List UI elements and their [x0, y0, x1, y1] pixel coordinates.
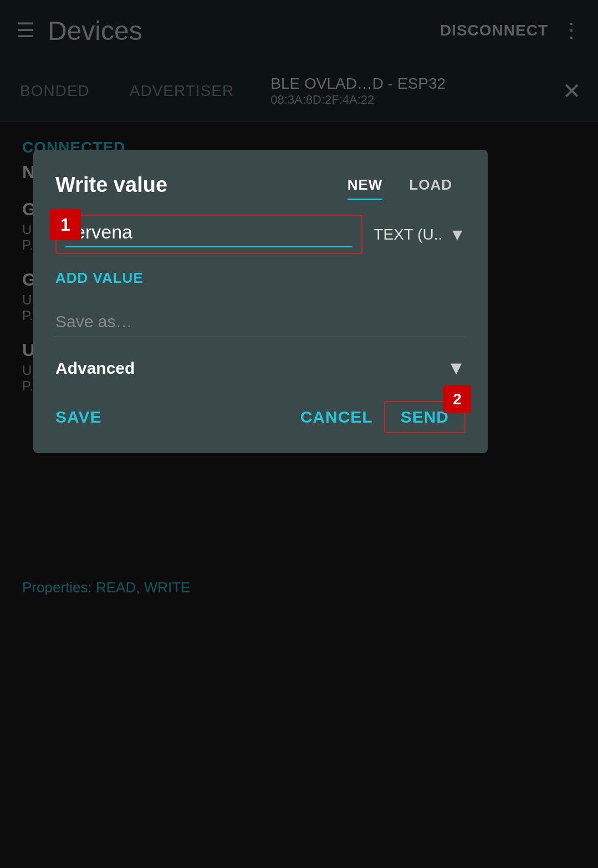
- save-as-wrapper: [55, 307, 466, 337]
- step-1-badge: 1: [50, 209, 81, 240]
- send-button-wrapper: 2 SEND: [384, 401, 466, 433]
- advanced-label: Advanced: [55, 359, 135, 378]
- cancel-button[interactable]: CANCEL: [300, 408, 373, 427]
- value-input-row: 1 TEXT (U.. ▼: [55, 215, 466, 254]
- dialog-title: Write value: [55, 173, 334, 197]
- advanced-row[interactable]: Advanced ▼: [55, 357, 466, 379]
- step-2-badge: 2: [443, 385, 471, 413]
- advanced-chevron-icon: ▼: [447, 357, 466, 379]
- button-group-right: CANCEL 2 SEND: [300, 401, 466, 433]
- dialog-tab-load[interactable]: LOAD: [396, 172, 466, 198]
- add-value-link[interactable]: ADD VALUE: [55, 270, 466, 287]
- dialog-actions: SAVE CANCEL 2 SEND: [55, 401, 466, 433]
- value-input[interactable]: [65, 221, 352, 247]
- type-selector-label: TEXT (U..: [374, 226, 442, 243]
- dialog-header: Write value NEW LOAD: [55, 172, 466, 198]
- write-value-dialog: Write value NEW LOAD 1 TEXT (U.. ▼ ADD V…: [33, 150, 488, 453]
- dialog-tabs: NEW LOAD: [334, 172, 466, 198]
- type-selector[interactable]: TEXT (U.. ▼: [374, 225, 466, 244]
- type-selector-chevron-icon: ▼: [449, 225, 466, 244]
- value-input-wrapper: [55, 215, 362, 254]
- save-button[interactable]: SAVE: [55, 408, 101, 427]
- save-as-input[interactable]: [55, 307, 466, 337]
- dialog-tab-new[interactable]: NEW: [334, 172, 396, 198]
